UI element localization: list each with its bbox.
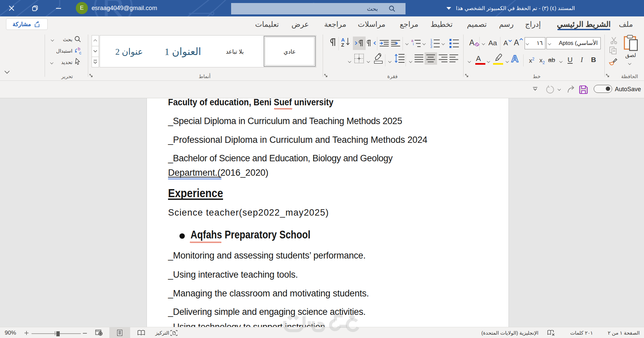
svg-text:c: c <box>79 50 82 55</box>
svg-text:i: i <box>413 42 414 46</box>
svg-text:Z: Z <box>341 42 344 48</box>
svg-text:3: 3 <box>430 45 432 48</box>
